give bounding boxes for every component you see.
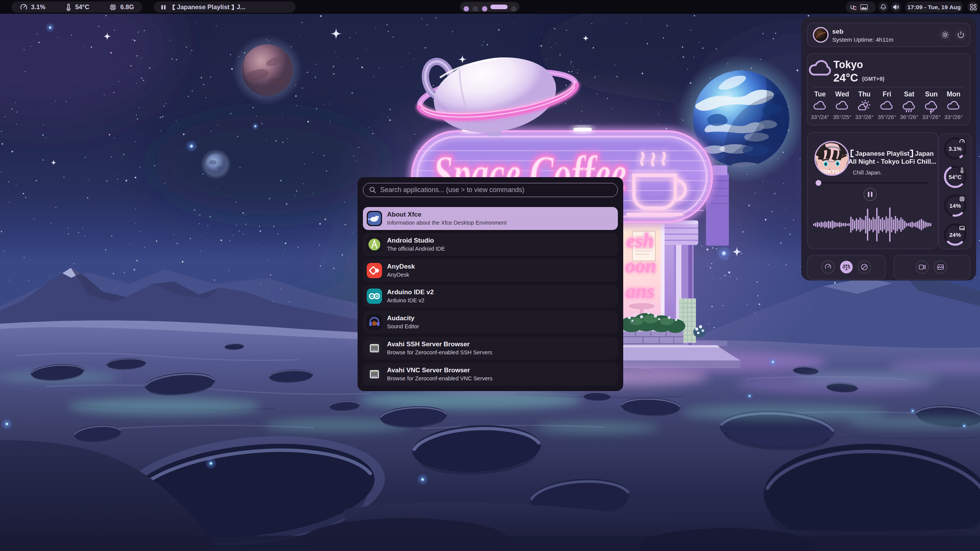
svg-text:All Night - Tokyo LoFi Chill..: All Night - Tokyo LoFi Chill... xyxy=(848,158,936,165)
svg-text:ans: ans xyxy=(626,280,654,302)
svg-text:(GMT+9): (GMT+9) xyxy=(862,76,885,82)
svg-text:oon: oon xyxy=(626,255,657,277)
svg-text:24%: 24% xyxy=(949,231,961,238)
svg-text:Chill Japan.: Chill Japan. xyxy=(853,170,882,176)
svg-text:33°/26°: 33°/26° xyxy=(944,114,963,120)
svg-text:Fri: Fri xyxy=(883,90,891,98)
svg-text:35°/26°: 35°/26° xyxy=(878,114,896,120)
svg-text:Japanese Playlist: Japanese Playlist xyxy=(855,150,910,157)
svg-text:24°C: 24°C xyxy=(833,72,858,84)
svg-text:Wed: Wed xyxy=(835,90,849,98)
svg-text:3.1%: 3.1% xyxy=(949,145,962,152)
svg-text:Sun: Sun xyxy=(925,90,938,98)
svg-text:Tokyo: Tokyo xyxy=(833,59,863,70)
svg-text:esh: esh xyxy=(626,230,654,251)
svg-text:33°/24°: 33°/24° xyxy=(811,114,829,120)
svg-text:33°/26°: 33°/26° xyxy=(855,114,874,120)
svg-text:Thu: Thu xyxy=(858,90,871,98)
svg-text:Mon: Mon xyxy=(947,90,960,98)
svg-text:33°/26°: 33°/26° xyxy=(922,114,941,120)
svg-text:Sat: Sat xyxy=(904,90,914,98)
svg-text:35°/25°: 35°/25° xyxy=(833,114,851,120)
svg-text:14%: 14% xyxy=(949,202,961,209)
svg-text:36°/26°: 36°/26° xyxy=(900,114,918,120)
svg-text:Japan: Japan xyxy=(915,150,934,157)
svg-text:seb: seb xyxy=(832,28,843,35)
svg-text:System Uptime: 4h11m: System Uptime: 4h11m xyxy=(832,36,893,43)
svg-text:54°C: 54°C xyxy=(949,174,962,180)
svg-text:Tue: Tue xyxy=(814,90,826,98)
